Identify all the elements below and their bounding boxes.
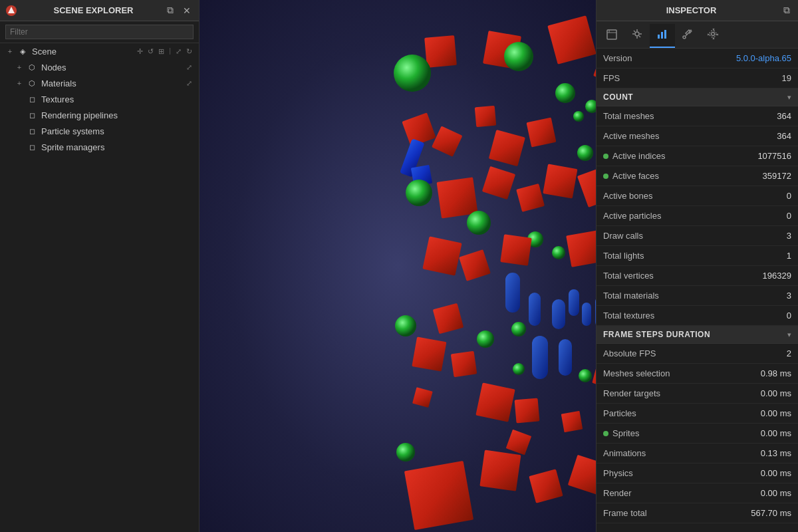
total-vertices-row: Total vertices 196329	[597, 266, 798, 286]
total-textures-value: 0	[787, 311, 791, 321]
inspector-minimize-button[interactable]: ⧉	[781, 3, 793, 17]
frame-steps-section-header[interactable]: FRAME STEPS DURATION ▾	[597, 326, 798, 344]
nodes-label: Nodes	[41, 63, 185, 72]
total-meshes-label: Total meshes	[603, 111, 777, 121]
svg-point-107	[712, 33, 715, 36]
svg-point-41	[552, 246, 565, 259]
render-targets-value: 0.00 ms	[761, 388, 791, 398]
rendering-icon: ◻	[27, 110, 37, 120]
tab-settings[interactable]	[700, 24, 726, 48]
viewport[interactable]	[200, 0, 596, 532]
sprites-label: Sprites	[612, 428, 761, 438]
tree-item-rendering-pipelines[interactable]: ◻ Rendering pipelines	[0, 107, 199, 123]
active-faces-value: 359172	[763, 171, 791, 181]
tab-stats[interactable]	[650, 24, 675, 48]
absolute-fps-value: 2	[787, 348, 791, 358]
inspector-content[interactable]: Version 5.0.0-alpha.65 FPS 19 COUNT ▾ To…	[597, 49, 798, 532]
tab-debug[interactable]	[624, 24, 650, 48]
svg-rect-49	[529, 293, 541, 326]
absolute-fps-label: Absolute FPS	[603, 348, 787, 358]
materials-label: Materials	[41, 78, 185, 88]
svg-point-65	[579, 369, 592, 382]
active-indices-dot	[603, 154, 608, 159]
draw-calls-row: Draw calls 3	[597, 226, 798, 246]
svg-point-60	[395, 315, 416, 336]
scene-explorer-title: SCENE EXPLORER	[23, 5, 164, 15]
tree-item-nodes[interactable]: + ⬡ Nodes ⤢	[0, 59, 199, 75]
sprites-value: 0.00 ms	[761, 428, 791, 438]
svg-point-10	[504, 42, 533, 71]
total-textures-label: Total textures	[603, 311, 787, 321]
svg-rect-5	[424, 35, 457, 68]
total-vertices-label: Total vertices	[603, 271, 763, 281]
svg-rect-42	[422, 236, 462, 275]
frame-total-row: Frame total 567.70 ms	[597, 503, 798, 523]
settings-tab-icon	[707, 28, 719, 40]
render-label: Render	[603, 488, 761, 498]
active-particles-row: Active particles 0	[597, 206, 798, 226]
count-section-header[interactable]: COUNT ▾	[597, 88, 798, 106]
scene-tree: + ◈ Scene ✛ ↺ ⊞ | ⤢ ↻ + ⬡ Nodes ⤢ + ⬡ Ma…	[0, 43, 199, 155]
particles-label: Particle systems	[41, 126, 194, 136]
active-bones-row: Active bones 0	[597, 186, 798, 206]
particles-row: Particles 0.00 ms	[597, 404, 798, 424]
sprites-icon: ◻	[27, 142, 37, 152]
nodes-expand-icon[interactable]: ⤢	[185, 63, 194, 72]
version-value: 5.0.0-alpha.65	[736, 53, 791, 63]
tree-item-sprite-managers[interactable]: ◻ Sprite managers	[0, 139, 199, 155]
materials-icon: ⬡	[27, 78, 37, 88]
svg-rect-57	[532, 336, 548, 379]
move-icon[interactable]: ✛	[136, 47, 144, 57]
tree-item-textures[interactable]: ◻ Textures	[0, 91, 199, 107]
total-materials-label: Total materials	[603, 291, 787, 301]
animations-label: Animations	[603, 448, 761, 458]
active-bones-label: Active bones	[603, 191, 787, 201]
total-textures-row: Total textures 0	[597, 306, 798, 326]
total-lights-value: 1	[787, 251, 791, 261]
sprites-label: Sprite managers	[41, 142, 194, 152]
tree-item-scene[interactable]: + ◈ Scene ✛ ↺ ⊞ | ⤢ ↻	[0, 43, 199, 59]
expand-all-icon[interactable]: ⤢	[174, 47, 183, 57]
inspector-panel: INSPECTOR ⧉	[596, 0, 798, 532]
svg-rect-103	[661, 32, 663, 39]
grid-icon[interactable]: ⊞	[157, 47, 166, 57]
collapse-icon[interactable]: ↻	[185, 47, 194, 57]
active-faces-dot	[603, 174, 608, 179]
svg-rect-75	[404, 461, 473, 530]
total-vertices-value: 196329	[763, 271, 791, 281]
svg-line-106	[686, 35, 687, 36]
svg-rect-29	[543, 164, 577, 199]
draw-calls-label: Draw calls	[603, 231, 787, 241]
svg-rect-104	[664, 30, 666, 39]
svg-rect-48	[505, 273, 520, 313]
particles-frame-label: Particles	[603, 408, 761, 418]
svg-rect-50	[552, 299, 565, 329]
svg-point-9	[394, 55, 431, 92]
close-button[interactable]: ✕	[180, 4, 194, 17]
svg-line-100	[634, 31, 635, 32]
svg-rect-85	[561, 411, 583, 432]
particles-frame-value: 0.00 ms	[761, 408, 791, 418]
render-targets-row: Render targets 0.00 ms	[597, 384, 798, 404]
tab-tools[interactable]	[675, 24, 700, 48]
svg-line-101	[639, 36, 640, 37]
tree-item-materials[interactable]: + ⬡ Materials ⤢	[0, 75, 199, 91]
expand-icon-nodes: +	[15, 63, 24, 71]
physics-value: 0.00 ms	[761, 468, 791, 478]
minimize-button[interactable]: ⧉	[164, 3, 176, 17]
tools-tab-icon	[682, 28, 694, 40]
frame-total-label: Frame total	[603, 508, 751, 518]
refresh-icon[interactable]: ↺	[146, 47, 155, 57]
meshes-selection-row: Meshes selection 0.98 ms	[597, 364, 798, 384]
filter-input[interactable]	[5, 25, 194, 39]
fps-row: FPS 19	[597, 68, 798, 88]
active-particles-value: 0	[787, 211, 791, 221]
tab-scene[interactable]	[599, 24, 624, 48]
expand-icon-materials: +	[15, 79, 24, 87]
total-meshes-value: 364	[777, 111, 791, 121]
total-materials-value: 3	[787, 291, 791, 301]
tree-item-particle-systems[interactable]: ◻ Particle systems	[0, 123, 199, 139]
expand-icon-scene: +	[5, 47, 15, 55]
materials-expand-icon[interactable]: ⤢	[185, 78, 194, 88]
svg-rect-70	[451, 351, 477, 378]
